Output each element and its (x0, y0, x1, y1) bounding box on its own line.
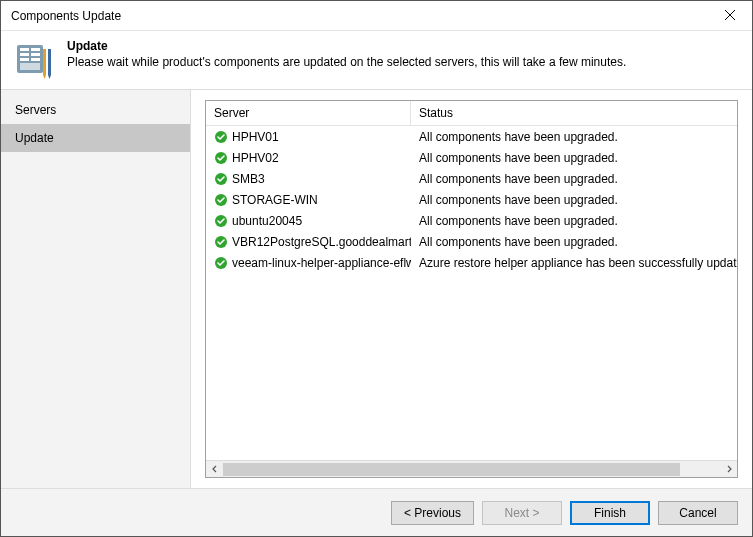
cell-server: VBR12PostgreSQL.gooddealmart.ca (206, 235, 411, 249)
content: Server Status HPHV01All components have … (191, 90, 752, 488)
cell-server: SMB3 (206, 172, 411, 186)
cell-status: All components have been upgraded. (411, 151, 737, 165)
svg-rect-2 (31, 48, 40, 51)
footer: < Previous Next > Finish Cancel (1, 488, 752, 536)
server-name: STORAGE-WIN (232, 193, 318, 207)
svg-marker-10 (43, 75, 46, 79)
grid-header: Server Status (206, 101, 737, 126)
close-icon (724, 8, 736, 24)
scrollbar-track[interactable] (223, 461, 720, 477)
body: Servers Update Server Status HPHV01All c… (1, 90, 752, 488)
svg-rect-9 (48, 49, 51, 75)
header-text: Update Please wait while product's compo… (67, 39, 626, 69)
server-grid: Server Status HPHV01All components have … (205, 100, 738, 478)
cell-server: veeam-linux-helper-appliance-eflwj (206, 256, 411, 270)
horizontal-scrollbar[interactable] (206, 460, 737, 477)
server-name: HPHV02 (232, 151, 279, 165)
success-icon (214, 214, 228, 228)
svg-rect-3 (20, 53, 29, 56)
column-header-server[interactable]: Server (206, 101, 411, 125)
success-icon (214, 172, 228, 186)
cancel-button[interactable]: Cancel (658, 501, 738, 525)
table-row[interactable]: STORAGE-WINAll components have been upgr… (206, 189, 737, 210)
cell-status: All components have been upgraded. (411, 214, 737, 228)
success-icon (214, 256, 228, 270)
svg-rect-5 (20, 58, 29, 61)
table-row[interactable]: HPHV02All components have been upgraded. (206, 147, 737, 168)
scroll-right-button[interactable] (720, 461, 737, 477)
sidebar-item-servers[interactable]: Servers (1, 96, 190, 124)
success-icon (214, 130, 228, 144)
cell-status: All components have been upgraded. (411, 172, 737, 186)
svg-rect-1 (20, 48, 29, 51)
titlebar: Components Update (1, 1, 752, 31)
scrollbar-thumb[interactable] (223, 463, 680, 476)
server-name: veeam-linux-helper-appliance-eflwj (232, 256, 411, 270)
cell-server: ubuntu20045 (206, 214, 411, 228)
server-name: SMB3 (232, 172, 265, 186)
table-row[interactable]: HPHV01All components have been upgraded. (206, 126, 737, 147)
svg-rect-6 (31, 58, 40, 61)
success-icon (214, 235, 228, 249)
window-title: Components Update (11, 9, 707, 23)
cell-server: STORAGE-WIN (206, 193, 411, 207)
cell-status: All components have been upgraded. (411, 130, 737, 144)
cell-status: All components have been upgraded. (411, 193, 737, 207)
svg-rect-7 (20, 63, 40, 70)
grid-body: HPHV01All components have been upgraded.… (206, 126, 737, 460)
server-name: VBR12PostgreSQL.gooddealmart.ca (232, 235, 411, 249)
sidebar-item-label: Update (15, 131, 54, 145)
header-subtitle: Please wait while product's components a… (67, 55, 626, 69)
previous-button[interactable]: < Previous (391, 501, 474, 525)
sidebar-item-update[interactable]: Update (1, 124, 190, 152)
header: Update Please wait while product's compo… (1, 31, 752, 90)
scroll-left-button[interactable] (206, 461, 223, 477)
sidebar-item-label: Servers (15, 103, 56, 117)
header-title: Update (67, 39, 626, 53)
success-icon (214, 193, 228, 207)
next-button: Next > (482, 501, 562, 525)
sidebar: Servers Update (1, 90, 191, 488)
column-header-status[interactable]: Status (411, 101, 737, 125)
close-button[interactable] (707, 1, 752, 31)
cell-status: Azure restore helper appliance has been … (411, 256, 737, 270)
success-icon (214, 151, 228, 165)
table-row[interactable]: veeam-linux-helper-appliance-eflwjAzure … (206, 252, 737, 273)
table-row[interactable]: ubuntu20045All components have been upgr… (206, 210, 737, 231)
dialog-window: Components Update (0, 0, 753, 537)
svg-rect-8 (43, 49, 46, 75)
table-row[interactable]: VBR12PostgreSQL.gooddealmart.caAll compo… (206, 231, 737, 252)
table-row[interactable]: SMB3All components have been upgraded. (206, 168, 737, 189)
svg-marker-11 (48, 75, 51, 79)
finish-button[interactable]: Finish (570, 501, 650, 525)
update-icon (15, 39, 55, 79)
server-name: ubuntu20045 (232, 214, 302, 228)
server-name: HPHV01 (232, 130, 279, 144)
cell-status: All components have been upgraded. (411, 235, 737, 249)
svg-rect-4 (31, 53, 40, 56)
cell-server: HPHV01 (206, 130, 411, 144)
cell-server: HPHV02 (206, 151, 411, 165)
